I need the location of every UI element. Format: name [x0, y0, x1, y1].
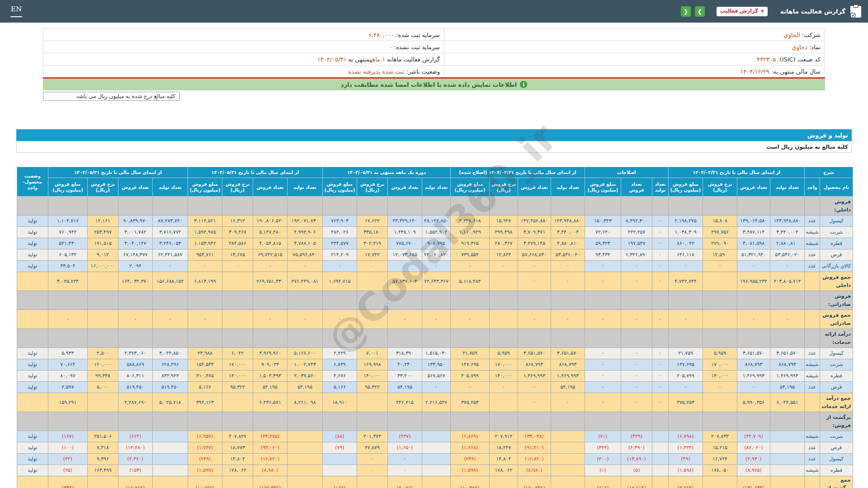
value-cell: ۷۶۳,۹۰۳ — [322, 216, 357, 227]
value-cell — [770, 431, 804, 442]
value-cell: ۵۴,۱۹۵ — [387, 382, 422, 393]
info-value: ثبت شده پذیرفته نشده — [348, 68, 406, 75]
value-cell: ۲,۸۸۰,۸۱۰ — [770, 238, 804, 249]
value-cell: ۰ — [322, 310, 357, 329]
value-cell: ۰ — [551, 272, 585, 291]
previous-report-button[interactable]: ❮ — [681, 6, 691, 17]
value-cell — [518, 197, 551, 216]
value-cell: ۰ — [652, 238, 668, 249]
value-cell: ۲۵۱,۵۰۶ — [87, 431, 118, 442]
value-cell: ۳,۰۰۱,۷۸۲ — [118, 227, 152, 238]
value-cell: ۰ — [551, 393, 585, 412]
value-cell: ۰ — [422, 261, 450, 272]
value-cell: (۴,۳۹۰) — [621, 442, 652, 454]
value-cell: (۸,۹۷۵) — [737, 465, 770, 476]
value-cell: ۳,۰۴۰,۱۴۷ — [118, 238, 152, 249]
value-cell: (۳۴۴) — [585, 442, 621, 454]
value-cell — [287, 454, 322, 465]
language-switch-en[interactable]: EN — [10, 5, 22, 17]
value-cell: ۱۴۳,۹۴۸,۸۸۰ — [770, 216, 804, 227]
column-header: مبلغ فروش (میلیون ریال) — [668, 178, 703, 197]
value-cell: ۱۶۹,۹۹۸ — [357, 359, 387, 371]
value-cell: ۳,۰۸۱,۵۹۸ — [737, 238, 770, 249]
value-cell — [551, 454, 585, 465]
value-cell: ۱۲,۵۹۰ — [703, 249, 737, 261]
status-cell: تولید — [17, 382, 48, 393]
value-cell: ۵۱۹,۴۵۰ — [118, 382, 152, 393]
value-cell — [422, 431, 450, 442]
value-cell: ۰ — [585, 272, 621, 291]
value-cell: ۱۲۰,۰۰۰ — [87, 359, 118, 371]
value-cell: ۱,۴۶۹,۹۹۳ — [518, 371, 551, 382]
value-cell — [489, 310, 518, 329]
value-cell: ۲۰۱,۳۷۳ — [357, 431, 387, 442]
value-cell — [737, 291, 770, 310]
value-cell: ۲۸۴,۵۸۶ — [222, 238, 253, 249]
value-cell — [322, 465, 357, 476]
value-cell: ۶,۰۴۴,۵۵۱ — [770, 393, 804, 412]
next-report-button[interactable]: ❯ — [695, 6, 705, 17]
value-cell: ۱۴۰,۰۰۰ — [489, 371, 518, 382]
value-cell — [518, 329, 551, 348]
status-cell: تولید — [17, 465, 48, 476]
value-cell: ۵۷,۶۳۷,۱۰۴ — [387, 272, 422, 291]
column-header: تعداد تولید — [152, 178, 188, 197]
column-group-header: از ابتدای سال مالی تا تاریخ ۱۴۰۴/۰۵/۳۱ — [188, 167, 322, 178]
value-cell — [152, 197, 188, 216]
value-cell: ۱,۴۶۹,۹۹۳ — [551, 371, 585, 382]
info-cell-right: کد صنعت (ISIC):۴۳۲۳۰۵ — [444, 53, 825, 66]
million-rial-note: کلیه مبالغ درج شده به میلیون ریال می باش… — [43, 92, 179, 101]
value-cell: ۵,۰۰۰ — [87, 382, 118, 393]
info-value: الحاوي — [783, 32, 802, 38]
value-cell — [152, 465, 188, 476]
value-cell: (۹,۷۶۹) — [668, 476, 703, 488]
value-cell: ۰ — [737, 382, 770, 393]
status-cell — [17, 393, 48, 412]
report-type-dropdown[interactable]: ▼ گزارش فعالیت — [717, 7, 768, 16]
value-cell: ۰ — [450, 382, 489, 393]
value-cell: ۸۶۸,۷۹۳ — [737, 359, 770, 371]
value-cell — [450, 329, 489, 348]
unit-cell: عدد — [804, 382, 820, 393]
value-cell — [87, 310, 118, 329]
value-cell: ۰ — [518, 393, 551, 412]
value-cell — [703, 412, 737, 431]
value-cell: ۵۴,۱۹۵ — [551, 382, 585, 393]
value-cell: ۲,۲۲۹ — [322, 348, 357, 359]
value-cell: ۰ — [357, 261, 387, 272]
value-cell — [188, 291, 222, 310]
value-cell: (۳۲۹) — [621, 431, 652, 442]
column-header: مبلغ فروش (میلیون ریال) — [48, 178, 87, 197]
section-unit-note-text: کلیه مبالغ به میلیون ریال است — [766, 144, 848, 150]
value-cell: ۰ — [652, 393, 668, 412]
value-cell — [489, 272, 518, 291]
value-cell: ۱۵,۲۱۵ — [703, 442, 737, 454]
value-cell — [118, 412, 152, 431]
unit-cell: عدد — [804, 348, 820, 359]
value-cell: ۵۸۸,۸۶۹ — [118, 359, 152, 371]
value-cell: ۲,۵۰۰ — [87, 348, 118, 359]
value-cell — [118, 197, 152, 216]
value-cell: ۲۱۴,۲۰۹ — [322, 249, 357, 261]
status-cell — [17, 412, 48, 431]
value-cell: ۵۳,۵۳۶,۰۲۰ — [551, 249, 585, 261]
value-cell: ۰ — [450, 261, 489, 272]
value-cell: ۵۱,۳۲۱,۹۴۰ — [737, 249, 770, 261]
value-cell — [357, 329, 387, 348]
value-cell: ۲۰۳,۸۰۵,۷۱۴ — [770, 272, 804, 291]
table-section-row: برگشت از فروش: — [17, 412, 853, 431]
unit-cell: عدد — [804, 442, 820, 454]
table-row: قرصعدد(۸۷,۰۲۰)۱۵,۲۱۵(۱,۳۲۴)(۴,۳۹۰)(۳۴۴)(… — [17, 442, 853, 454]
value-cell — [551, 465, 585, 476]
info-value: ۶,۴۸۰,۰۰۰ — [368, 32, 396, 38]
value-cell: ۲۱۰,۴۷۵ — [188, 371, 222, 382]
value-cell: (۶۱۶) — [585, 476, 621, 488]
value-cell — [87, 197, 118, 216]
value-cell: (۳۳,۰۳۸) — [518, 431, 551, 442]
info-cell-left: سرمایه ثبت شده:۶,۴۸۰,۰۰۰ — [43, 29, 444, 41]
value-cell: ۱۵۹,۲۹۱ — [48, 393, 87, 412]
unit-cell: شیشه — [804, 359, 820, 371]
value-cell — [703, 310, 737, 329]
value-cell: ۰ — [585, 261, 621, 272]
value-cell: ۵۴,۱۹۵ — [253, 382, 287, 393]
